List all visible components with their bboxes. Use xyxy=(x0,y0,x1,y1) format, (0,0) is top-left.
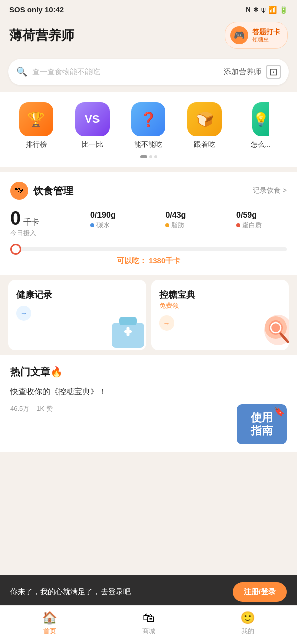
article-likes: 1K 赞 xyxy=(36,404,53,413)
fat-value: 0/43g xyxy=(165,211,186,220)
record-diet-link[interactable]: 记录饮食 > xyxy=(253,186,287,195)
quiz-title: 答题打卡 xyxy=(252,28,280,36)
carbs-dot xyxy=(90,223,94,227)
home-icon: 🏠 xyxy=(42,611,57,625)
health-illustration xyxy=(108,305,146,350)
bottom-nav: 🏠 首页 🛍 商城 🙂 我的 xyxy=(0,605,297,644)
followeat-icon: 🍞 xyxy=(187,102,222,136)
compare-icon: VS xyxy=(75,102,110,136)
nutrition-stats: 0 千卡 今日摄入 0/190g 碳水 0/43g 脂肪 0/5 xyxy=(10,209,287,238)
search-icon: 🔍 xyxy=(16,66,27,77)
calorie-remaining: 可以吃： 1380千卡 xyxy=(10,256,287,266)
article-card[interactable]: 46.5万 1K 赞 使用 指南 🔖 xyxy=(10,404,287,444)
article-text-area: 46.5万 1K 赞 xyxy=(10,404,231,413)
progress-bar xyxy=(10,247,287,251)
diet-section-header: 🍽 饮食管理 记录饮食 > xyxy=(10,182,287,200)
nav-item-ranking[interactable]: 🏆 排行榜 xyxy=(16,102,56,149)
diet-management-section: 🍽 饮食管理 记录饮食 > 0 千卡 今日摄入 0/190g 碳水 0/43g xyxy=(0,172,297,275)
article-preview-text: 快查收你的《控糖宝典》！ xyxy=(10,386,287,398)
nav-label-compare: 比一比 xyxy=(82,140,103,149)
mine-label: 我的 xyxy=(241,627,254,636)
protein-dot xyxy=(236,223,240,227)
nav-item-caneati[interactable]: ❓ 能不能吃 xyxy=(128,102,168,149)
signal-icon: ψ xyxy=(261,6,266,13)
sugar-card-arrow[interactable]: → xyxy=(159,315,174,331)
tab-home[interactable]: 🏠 首页 xyxy=(30,611,70,636)
calorie-label: 今日摄入 xyxy=(10,229,65,238)
sugar-card[interactable]: 控糖宝典 免费领 → xyxy=(151,280,289,350)
dot-2 xyxy=(154,155,157,158)
nutrition-items: 0/190g 碳水 0/43g 脂肪 0/59g 蛋白质 xyxy=(65,209,287,230)
bluetooth-icon: ✱ xyxy=(253,6,259,13)
status-icons: N ✱ ψ 📶 🔋 xyxy=(246,6,288,14)
diet-title: 饮食管理 xyxy=(33,184,73,198)
calorie-display: 0 千卡 xyxy=(10,209,65,228)
carbs-label: 碳水 xyxy=(90,221,110,230)
nav-label-caneat: 能不能吃 xyxy=(134,140,162,149)
nav-label-ranking: 排行榜 xyxy=(26,140,47,149)
fat-dot xyxy=(165,223,169,227)
app-header: 薄荷营养师 🎮 答题打卡 领糖豆 xyxy=(0,17,297,55)
carbs-value: 0/190g xyxy=(90,211,116,220)
diet-title-group: 🍽 饮食管理 xyxy=(10,182,73,200)
quick-nav: 🏆 排行榜 VS 比一比 ❓ 能不能吃 🍞 跟着吃 💡 怎么... xyxy=(0,92,297,167)
add-nutritionist-button[interactable]: 添加营养师 xyxy=(224,67,261,77)
thumbnail-text-line1: 使用 xyxy=(251,412,273,424)
scroll-dots xyxy=(8,155,289,158)
mine-icon: 🙂 xyxy=(240,611,255,625)
ranking-icon: 🏆 xyxy=(19,102,53,136)
article-thumbnail: 使用 指南 🔖 xyxy=(237,404,287,444)
login-register-button[interactable]: 注册/登录 xyxy=(233,582,287,602)
sugar-card-subtitle: 免费领 xyxy=(159,302,179,309)
login-prompt-text: 你来了，我的心就满足了，去登录吧 xyxy=(10,587,131,597)
hot-articles-section: 热门文章🔥 快查收你的《控糖宝典》！ 46.5万 1K 赞 使用 指南 🔖 xyxy=(0,355,297,452)
search-placeholder: 查一查食物能不能吃 xyxy=(32,67,219,77)
fat-label: 脂肪 xyxy=(165,221,184,230)
svg-rect-3 xyxy=(127,327,130,336)
protein-value: 0/59g xyxy=(236,211,257,220)
diet-icon: 🍽 xyxy=(10,182,28,200)
nav-label-followeat: 跟着吃 xyxy=(194,140,215,149)
status-bar: SOS only 10:42 N ✱ ψ 📶 🔋 xyxy=(0,0,297,17)
nav-item-followeat[interactable]: 🍞 跟着吃 xyxy=(184,102,225,149)
nav-item-compare[interactable]: VS 比一比 xyxy=(72,102,113,149)
protein-item: 0/59g 蛋白质 xyxy=(236,211,262,230)
fat-item: 0/43g 脂肪 xyxy=(165,211,186,230)
status-time: SOS only 10:42 xyxy=(9,5,64,14)
wifi-icon: 📶 xyxy=(268,6,277,14)
article-meta: 46.5万 1K 赞 xyxy=(10,404,231,413)
sugar-card-title: 控糖宝典 xyxy=(159,290,195,300)
bookmark-icon: 🔖 xyxy=(274,406,285,417)
caneat-icon: ❓ xyxy=(131,102,165,136)
quiz-text: 答题打卡 领糖豆 xyxy=(252,28,280,43)
login-bar: 你来了，我的心就满足了，去登录吧 注册/登录 xyxy=(0,575,297,609)
quiz-badge[interactable]: 🎮 答题打卡 领糖豆 xyxy=(225,22,288,49)
quiz-subtitle: 领糖豆 xyxy=(252,36,280,43)
calorie-number: 0 xyxy=(10,208,21,229)
remaining-value: 1380千卡 xyxy=(149,256,180,265)
protein-label: 蛋白质 xyxy=(236,221,262,230)
nav-item-howto[interactable]: 💡 怎么... xyxy=(241,102,281,149)
carbs-item: 0/190g 碳水 xyxy=(90,211,116,230)
dot-1 xyxy=(149,155,152,158)
thumbnail-text-line2: 指南 xyxy=(251,425,273,437)
howto-icon: 💡 xyxy=(252,102,269,136)
sugar-illustration xyxy=(251,305,289,350)
shop-label: 商城 xyxy=(142,627,155,636)
tab-mine[interactable]: 🙂 我的 xyxy=(228,611,268,636)
health-card-arrow[interactable]: → xyxy=(16,306,31,321)
articles-title: 热门文章🔥 xyxy=(10,365,287,379)
two-cards-section: 健康记录 → 控糖宝典 免费领 → xyxy=(0,280,297,350)
tab-shop[interactable]: 🛍 商城 xyxy=(129,611,169,636)
calorie-main: 0 千卡 今日摄入 xyxy=(10,209,65,238)
app-title: 薄荷营养师 xyxy=(9,27,74,44)
calorie-unit: 千卡 xyxy=(23,218,39,226)
battery-icon: 🔋 xyxy=(279,6,288,14)
nfc-icon: N xyxy=(246,6,250,13)
progress-indicator xyxy=(10,244,21,255)
health-card[interactable]: 健康记录 → xyxy=(8,280,146,350)
search-bar[interactable]: 🔍 查一查食物能不能吃 添加营养师 ⊡ xyxy=(8,59,289,85)
home-label: 首页 xyxy=(43,627,56,636)
nav-label-howto: 怎么... xyxy=(251,140,271,149)
scan-icon[interactable]: ⊡ xyxy=(266,65,281,79)
